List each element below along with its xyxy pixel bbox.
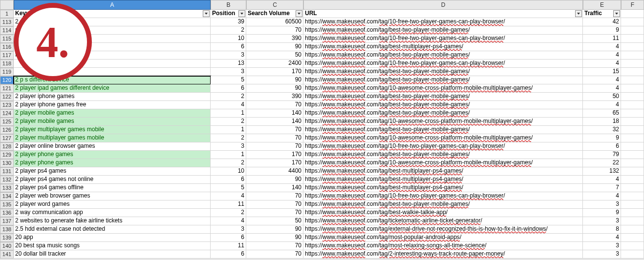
- cell-empty[interactable]: [621, 101, 644, 109]
- cell-url[interactable]: https://www.makeuseof.com/tag/10-awesome…: [303, 134, 583, 142]
- header-cell[interactable]: [621, 10, 644, 18]
- cell-empty[interactable]: [621, 159, 644, 167]
- cell-position[interactable]: 11: [211, 242, 246, 250]
- row-header[interactable]: 128: [0, 142, 14, 151]
- cell-volume[interactable]: 90: [246, 234, 303, 242]
- cell-empty[interactable]: [621, 109, 644, 118]
- cell-url[interactable]: https://www.makeuseof.com/tag/10-free-tw…: [303, 192, 583, 200]
- cell-url[interactable]: https://www.makeuseof.com/tag/best-multi…: [303, 43, 583, 51]
- cell-url[interactable]: https://www.makeuseof.com/tag/10-free-tw…: [303, 18, 583, 26]
- cell-empty[interactable]: [621, 142, 644, 151]
- row-header[interactable]: 123: [0, 101, 14, 109]
- cell-empty[interactable]: [621, 43, 644, 51]
- cell-url[interactable]: https://www.makeuseof.com/tag/best-two-p…: [303, 200, 583, 209]
- row-header[interactable]: 131: [0, 167, 14, 176]
- cell-traffic[interactable]: 4: [583, 76, 621, 84]
- cell-empty[interactable]: [621, 250, 644, 259]
- cell-keyword[interactable]: 2 player multiplayer games mobile: [14, 126, 211, 134]
- cell-empty[interactable]: [621, 35, 644, 43]
- cell-empty[interactable]: [621, 167, 644, 176]
- cell-traffic[interactable]: 9: [583, 134, 621, 142]
- cell-volume[interactable]: 60500: [246, 18, 303, 26]
- cell-url[interactable]: https://www.makeuseof.com/tag/best-two-p…: [303, 51, 583, 60]
- cell-volume[interactable]: 70: [246, 142, 303, 151]
- cell-position[interactable]: 13: [211, 60, 246, 68]
- cell-empty[interactable]: [621, 84, 644, 93]
- cell-volume[interactable]: 70: [246, 101, 303, 109]
- cell-keyword[interactable]: 2 player multiplayer games mobile: [14, 134, 211, 142]
- cell-position[interactable]: 3: [211, 142, 246, 151]
- cell-volume[interactable]: 390: [246, 35, 303, 43]
- cell-traffic[interactable]: 42: [583, 18, 621, 26]
- filter-dropdown-icon[interactable]: [575, 10, 582, 17]
- cell-position[interactable]: 1: [211, 109, 246, 118]
- cell-empty[interactable]: [621, 60, 644, 68]
- cell-url[interactable]: https://www.makeuseof.com/tag/best-two-p…: [303, 68, 583, 76]
- cell-volume[interactable]: 70: [246, 126, 303, 134]
- cell-position[interactable]: 6: [211, 176, 246, 184]
- cell-traffic[interactable]: 15: [583, 68, 621, 76]
- row-header[interactable]: 115: [0, 35, 14, 43]
- cell-url[interactable]: https://www.makeuseof.com/tag/ticketomat…: [303, 217, 583, 225]
- cell-keyword[interactable]: 20 dollar bill tracker: [14, 250, 211, 259]
- cell-keyword[interactable]: 20 best spa music songs: [14, 242, 211, 250]
- cell-url[interactable]: https://www.makeuseof.com/tag/10-free-tw…: [303, 35, 583, 43]
- cell-volume[interactable]: 70: [246, 200, 303, 209]
- cell-volume[interactable]: 170: [246, 151, 303, 159]
- header-cell[interactable]: URL: [303, 10, 583, 18]
- row-header[interactable]: 141: [0, 250, 14, 259]
- cell-keyword[interactable]: 2 player ps4 games not online: [14, 176, 211, 184]
- cell-empty[interactable]: [621, 234, 644, 242]
- cell-traffic[interactable]: 3: [583, 242, 621, 250]
- cell-url[interactable]: https://www.makeuseof.com/tag/best-two-p…: [303, 93, 583, 101]
- cell-empty[interactable]: [621, 126, 644, 134]
- cell-position[interactable]: 3: [211, 51, 246, 60]
- cell-url[interactable]: https://www.makeuseof.com/tag/best-two-p…: [303, 101, 583, 109]
- cell-empty[interactable]: [621, 209, 644, 217]
- cell-traffic[interactable]: 4: [583, 234, 621, 242]
- cell-volume[interactable]: 50: [246, 217, 303, 225]
- row-header[interactable]: 129: [0, 151, 14, 159]
- cell-url[interactable]: https://www.makeuseof.com/tag/best-multi…: [303, 176, 583, 184]
- spreadsheet-grid[interactable]: ABCDEF1KeywordPositionSearch VolumeURLTr…: [0, 0, 644, 259]
- row-header[interactable]: 119: [0, 68, 14, 76]
- cell-url[interactable]: https://www.makeuseof.com/tag/best-two-p…: [303, 151, 583, 159]
- row-header[interactable]: 126: [0, 126, 14, 134]
- cell-position[interactable]: 2: [211, 93, 246, 101]
- cell-empty[interactable]: [621, 176, 644, 184]
- cell-empty[interactable]: [621, 93, 644, 101]
- cell-url[interactable]: https://www.makeuseof.com/tag/most-relax…: [303, 242, 583, 250]
- cell-url[interactable]: https://www.makeuseof.com/tag/external-d…: [303, 225, 583, 234]
- row-header[interactable]: 114: [0, 26, 14, 35]
- cell-url[interactable]: https://www.makeuseof.com/tag/most-popul…: [303, 234, 583, 242]
- cell-position[interactable]: 6: [211, 84, 246, 93]
- cell-volume[interactable]: 90: [246, 84, 303, 93]
- header-cell[interactable]: Position: [211, 10, 246, 18]
- cell-empty[interactable]: [621, 18, 644, 26]
- cell-position[interactable]: 6: [211, 234, 246, 242]
- cell-traffic[interactable]: 18: [583, 118, 621, 126]
- row-header[interactable]: 116: [0, 43, 14, 51]
- row-header[interactable]: 124: [0, 109, 14, 118]
- cell-volume[interactable]: 170: [246, 159, 303, 167]
- header-cell[interactable]: Traffic: [583, 10, 621, 18]
- cell-url[interactable]: https://www.makeuseof.com/tag/best-two-p…: [303, 126, 583, 134]
- cell-empty[interactable]: [621, 242, 644, 250]
- cell-keyword[interactable]: 2 player ipad games different device: [14, 84, 211, 93]
- cell-position[interactable]: 6: [211, 250, 246, 259]
- cell-empty[interactable]: [621, 225, 644, 234]
- cell-volume[interactable]: 70: [246, 192, 303, 200]
- col-header-C[interactable]: C: [246, 0, 303, 10]
- cell-volume[interactable]: 2400: [246, 60, 303, 68]
- row-header[interactable]: 139: [0, 234, 14, 242]
- cell-position[interactable]: 10: [211, 167, 246, 176]
- cell-traffic[interactable]: 132: [583, 167, 621, 176]
- row-header[interactable]: 136: [0, 209, 14, 217]
- cell-empty[interactable]: [621, 76, 644, 84]
- cell-traffic[interactable]: 9: [583, 209, 621, 217]
- cell-position[interactable]: 4: [211, 217, 246, 225]
- row-header[interactable]: 132: [0, 176, 14, 184]
- cell-traffic[interactable]: 4: [583, 43, 621, 51]
- cell-volume[interactable]: 70: [246, 26, 303, 35]
- row-header[interactable]: 137: [0, 217, 14, 225]
